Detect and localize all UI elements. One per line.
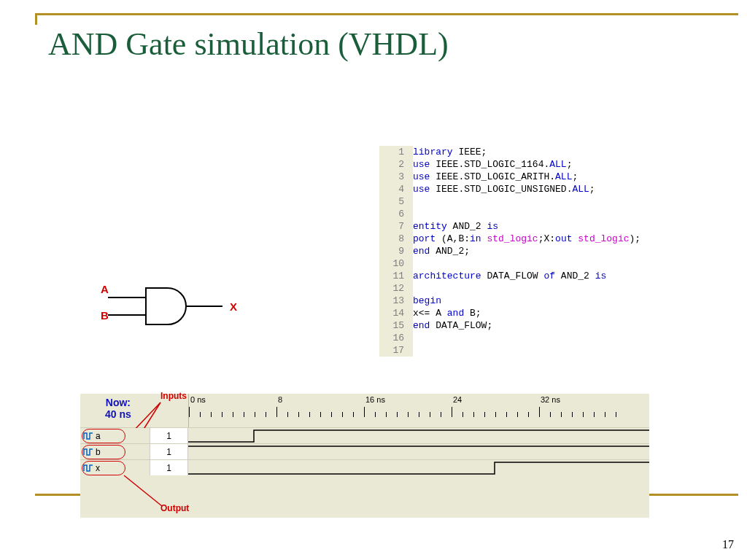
page-number: 17 bbox=[722, 538, 734, 551]
svg-line-5 bbox=[124, 475, 162, 506]
gate-input-b: B bbox=[101, 309, 109, 322]
vhdl-code-listing: 1library IEEE;2use IEEE.STD_LOGIC_1164.A… bbox=[379, 146, 640, 357]
code-line: 15end DATA_FLOW; bbox=[379, 319, 640, 332]
signal-row: b1 bbox=[80, 443, 649, 459]
code-line: 6 bbox=[379, 208, 640, 220]
output-annotation: Output bbox=[160, 503, 189, 513]
gate-output-x: X bbox=[230, 300, 237, 313]
code-line: 11architecture DATA_FLOW of AND_2 is bbox=[379, 270, 640, 282]
code-line: 16 bbox=[379, 332, 640, 344]
waveform-icon bbox=[83, 464, 93, 472]
code-line: 9end AND_2; bbox=[379, 245, 640, 257]
waveform-icon bbox=[83, 432, 93, 440]
code-line: 2use IEEE.STD_LOGIC_1164.ALL; bbox=[379, 158, 640, 171]
corner-bracket bbox=[35, 13, 47, 25]
code-line: 14x<= A and B; bbox=[379, 307, 640, 319]
code-line: 3use IEEE.STD_LOGIC_ARITH.ALL; bbox=[379, 171, 640, 183]
signal-row: a1 bbox=[80, 427, 649, 443]
code-line: 17 bbox=[379, 344, 640, 357]
code-line: 12 bbox=[379, 282, 640, 295]
now-label: Now:40 ns bbox=[105, 397, 131, 420]
page-title: AND Gate simulation (VHDL) bbox=[48, 26, 449, 63]
time-ruler: 0 ns816 ns2432 ns bbox=[188, 394, 649, 427]
code-line: 1library IEEE; bbox=[379, 146, 640, 158]
signal-row: x1 bbox=[80, 459, 649, 475]
inputs-annotation: Inputs bbox=[160, 391, 187, 401]
gate-input-a: A bbox=[101, 283, 109, 295]
code-line: 7entity AND_2 is bbox=[379, 220, 640, 233]
code-line: 4use IEEE.STD_LOGIC_UNSIGNED.ALL; bbox=[379, 183, 640, 195]
code-line: 10 bbox=[379, 257, 640, 270]
waveform-icon bbox=[83, 448, 93, 456]
code-line: 13begin bbox=[379, 295, 640, 307]
code-line: 8port (A,B:in std_logic;X:out std_logic)… bbox=[379, 233, 640, 245]
waveform-viewer: Now:40 ns Inputs 0 ns816 ns2432 ns a1b1x… bbox=[80, 394, 649, 518]
and-gate-diagram: A B X bbox=[95, 277, 248, 335]
top-rule bbox=[47, 13, 738, 15]
code-line: 5 bbox=[379, 195, 640, 208]
